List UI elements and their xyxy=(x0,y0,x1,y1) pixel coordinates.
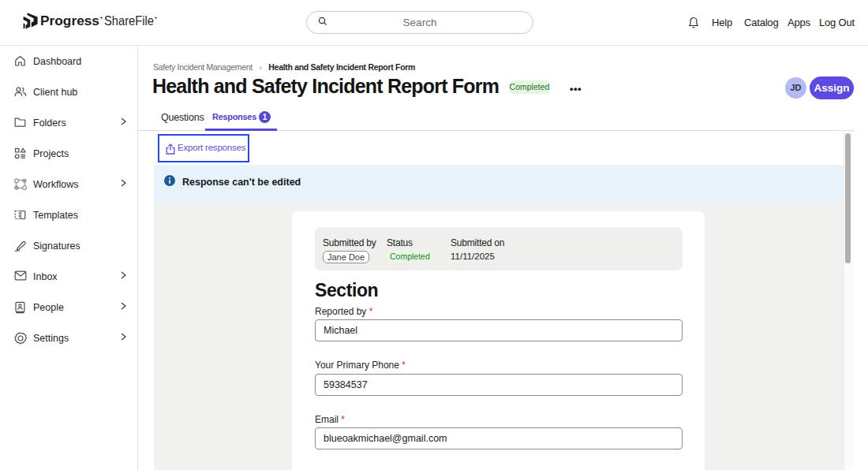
svg-text:Progress: Progress xyxy=(40,13,99,28)
svg-text:ShareFile: ShareFile xyxy=(104,13,154,28)
